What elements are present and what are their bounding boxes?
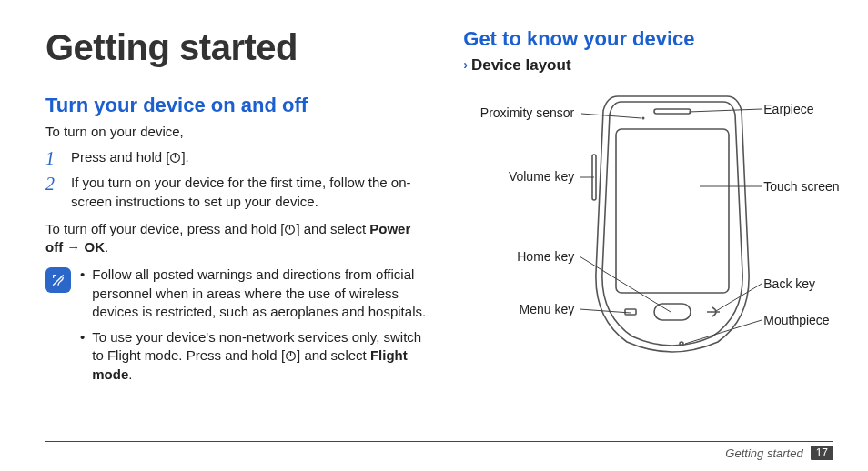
svg-line-10 [689,109,762,112]
step-2-text: If you turn on your device for the first… [71,174,427,211]
device-diagram: .ln{fill:none;stroke:#555;stroke-width:1… [472,82,854,373]
bullet-icon: • [80,328,85,384]
step-1-text: Press and hold []. [71,148,189,168]
footer-section: Getting started [725,446,802,460]
page-title: Getting started [45,27,427,68]
section-heading-turn-on-off: Turn your device on and off [45,94,427,117]
leader-lines: .ld{stroke:#444;stroke-width:1;fill:none… [472,82,854,373]
label-proximity-sensor: Proximity sensor [480,105,574,120]
step-number-2: 2 [45,174,62,211]
intro-text: To turn on your device, [45,123,427,141]
note-1-text: Follow all posted warnings and direction… [92,266,427,321]
note-2-text: To use your device's non-network service… [92,328,427,384]
svg-line-15 [716,284,762,311]
section-heading-know-device: Get to know your device [463,27,832,51]
svg-line-9 [581,114,641,118]
footer-rule [45,441,833,442]
label-back-key: Back key [763,276,815,291]
label-volume-key: Volume key [509,169,574,184]
step-number-1: 1 [45,148,62,168]
note-icon [45,267,71,293]
label-home-key: Home key [517,249,574,264]
label-mouthpiece: Mouthpiece [763,313,829,327]
label-earpiece: Earpiece [763,102,813,116]
svg-line-14 [580,309,631,313]
power-icon [169,152,181,164]
power-icon [284,224,296,236]
label-menu-key: Menu key [520,302,575,316]
chevron-icon: › [463,57,468,72]
subsection-device-layout: ›Device layout [463,56,832,75]
label-touch-screen: Touch screen [763,179,839,194]
power-icon [285,350,297,362]
page-number: 17 [811,446,833,460]
bullet-icon: • [80,266,85,321]
turn-off-text: To turn off your device, press and hold … [45,220,427,257]
svg-line-16 [685,320,762,344]
svg-line-13 [580,256,671,312]
